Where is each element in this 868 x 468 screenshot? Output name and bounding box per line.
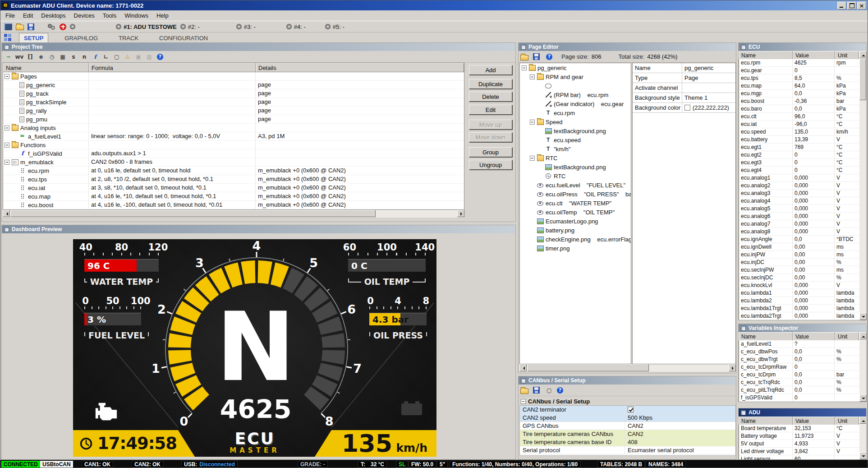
setting-row[interactable]: Tire temperature cameras base ID 408 xyxy=(520,438,735,446)
scroll-down-icon[interactable] xyxy=(859,313,867,320)
toolbar-icon[interactable]: ? xyxy=(155,52,165,61)
device-slot[interactable]: #5: - xyxy=(325,23,344,30)
property-row[interactable]: Background style Theme 1 xyxy=(633,93,735,103)
toolbar-icon[interactable]: n xyxy=(79,52,89,61)
variables-panel-header[interactable]: Variables Inspector xyxy=(739,324,866,332)
toolbar-icon[interactable]: ⚠ xyxy=(123,52,133,61)
scroll-right-icon[interactable] xyxy=(457,210,464,217)
property-row[interactable]: Name pg_generic xyxy=(633,63,735,73)
action-button[interactable]: Move up xyxy=(469,120,512,130)
page-element-row[interactable]: pg_generic xyxy=(520,63,631,72)
variable-row[interactable]: c_ecu_pitLTrqRdc 0,0 % xyxy=(739,386,859,394)
device-slot[interactable]: #3: - xyxy=(236,23,256,30)
column-header-value[interactable]: Value xyxy=(793,51,835,60)
settings-gear-icon[interactable] xyxy=(70,24,75,29)
toolbar-icon[interactable]: ◷ xyxy=(47,52,57,61)
maximize-button[interactable] xyxy=(847,2,856,9)
scroll-up-icon[interactable] xyxy=(859,332,867,339)
scroll-up-icon[interactable] xyxy=(859,51,867,58)
tree-row[interactable]: a_fuelLevel1 linear sensor: range: 0 - 1… xyxy=(3,132,464,141)
tree-row[interactable]: ecu.map at 4, u16 le, *10, default set 0… xyxy=(3,192,464,201)
action-button[interactable]: Duplicate xyxy=(469,79,512,89)
vertical-scrollbar[interactable] xyxy=(859,332,866,402)
open-page-icon[interactable] xyxy=(520,55,528,60)
page-element-row[interactable]: battery.png xyxy=(520,226,631,235)
channel-row[interactable]: ecu.tps 8,5 % xyxy=(739,74,859,82)
channel-row[interactable]: ecu.secInjDC 0,00 % xyxy=(739,274,859,282)
column-header-name[interactable]: Name xyxy=(739,417,793,426)
column-header-unit[interactable]: Unit xyxy=(835,51,859,60)
action-button[interactable]: Ungroup xyxy=(469,160,512,170)
channel-row[interactable]: ecu.analog7 0,000 V xyxy=(739,220,859,228)
main-tab[interactable]: CONFIGURATION xyxy=(155,33,212,42)
column-header-formula[interactable]: Formula xyxy=(89,63,256,72)
variable-row[interactable]: c_ecu_dbwPos 0,0 % xyxy=(739,348,859,356)
column-header-unit[interactable]: Unit xyxy=(835,417,859,426)
page-element-row[interactable]: ecu.speed xyxy=(520,135,631,144)
toolbar-icon[interactable]: ▢ xyxy=(112,52,122,61)
channel-row[interactable]: ecu.analog1 0,000 V xyxy=(739,174,859,182)
device-icon[interactable] xyxy=(4,23,12,30)
toolbar-icon[interactable]: f xyxy=(90,52,100,61)
toolbar-icon[interactable]: ∟ xyxy=(101,52,111,61)
setting-value[interactable]: 408 xyxy=(628,439,638,445)
page-element-row[interactable]: ecu.rpm xyxy=(520,108,631,117)
column-header-value[interactable]: Value xyxy=(793,417,835,426)
vertical-scrollbar[interactable] xyxy=(859,417,866,459)
tree-row[interactable]: pg_generic page xyxy=(3,81,464,89)
help-icon[interactable]: ? xyxy=(555,386,565,395)
save-page-icon[interactable] xyxy=(533,53,540,60)
action-button[interactable]: Edit xyxy=(469,105,512,115)
expander-icon[interactable] xyxy=(522,65,527,70)
toolbar-icon[interactable]: e xyxy=(36,52,46,61)
menu-item[interactable]: Edit xyxy=(19,11,37,20)
setting-row[interactable]: Serial protocol Ecumaster serial protoco… xyxy=(520,446,735,454)
page-element-row[interactable]: timer.png xyxy=(520,244,631,253)
channel-row[interactable]: ecu.map 64,0 kPa xyxy=(739,82,859,90)
toolbar-icon[interactable]: ~ xyxy=(4,52,14,61)
vertical-scrollbar[interactable] xyxy=(859,51,866,320)
tree-row[interactable]: ecu.boost at 4, u16 le, -100, default se… xyxy=(3,201,464,209)
variable-row[interactable]: f_isGPSValid 0 xyxy=(739,394,859,402)
page-element-row[interactable]: ecu.oilPress "OIL PRESS" battery xyxy=(520,190,631,199)
channel-row[interactable]: ecu.analog6 0,000 V xyxy=(739,213,859,220)
channel-row[interactable]: ecu.analog5 0,000 V xyxy=(739,205,859,213)
tree-row[interactable]: Functions xyxy=(3,141,464,149)
channel-row[interactable]: ecu.clt 96,0 °C xyxy=(739,113,859,120)
tabs-grid-icon[interactable] xyxy=(4,34,7,37)
scrollbar-thumb[interactable] xyxy=(859,59,866,100)
channel-row[interactable]: ecu.ignAngle 0,0 °BTDC xyxy=(739,236,859,243)
save-project-icon[interactable] xyxy=(28,23,34,30)
action-button[interactable]: Delete xyxy=(469,92,512,102)
page-element-row[interactable]: RTC xyxy=(520,153,631,162)
toolbar-icon[interactable]: ▦ xyxy=(58,52,68,61)
channel-row[interactable]: ecu.lambda2Trgt 0,000 lambda xyxy=(739,312,859,320)
main-tab[interactable]: SETUP xyxy=(19,33,48,42)
channel-row[interactable]: ecu.injPW 0,00 ms xyxy=(739,251,859,259)
channel-row[interactable]: ecu.analog3 0,000 V xyxy=(739,190,859,197)
tree-row[interactable]: Analog inputs xyxy=(3,124,464,132)
add-device-icon[interactable] xyxy=(60,23,66,30)
property-row[interactable]: Activate channel xyxy=(633,83,735,93)
page-element-row[interactable]: textBackground.png xyxy=(520,162,631,171)
page-element-row[interactable]: (Gear indicator) ecu.gear xyxy=(520,99,631,108)
checkbox[interactable] xyxy=(628,407,634,412)
column-header-unit[interactable]: Unit xyxy=(835,332,859,341)
channel-row[interactable]: ecu.egt2 0 °C xyxy=(739,151,859,159)
property-row[interactable]: Background color (222,222,222) xyxy=(633,103,735,113)
device-slot[interactable]: #1: ADU TESTOWE xyxy=(116,23,177,30)
tree-row[interactable]: pg_pmu page xyxy=(3,115,464,124)
variable-row[interactable]: c_ecu_dbwTrgt 0,0 % xyxy=(739,356,859,363)
setting-value[interactable]: CAN2 xyxy=(628,431,643,437)
menu-item[interactable]: Tools xyxy=(99,11,120,20)
column-header-name[interactable]: Name xyxy=(3,63,89,72)
expander-icon[interactable] xyxy=(521,399,526,404)
expander-icon[interactable] xyxy=(5,143,9,148)
adu-value-row[interactable]: Light sensor 60 xyxy=(739,455,859,459)
open-project-icon[interactable] xyxy=(16,25,24,30)
tree-row[interactable]: Pages xyxy=(3,72,464,81)
channel-row[interactable]: ecu.lambda1 0,000 lambda xyxy=(739,289,859,297)
action-button[interactable]: Add xyxy=(469,65,512,75)
action-button[interactable]: Move down xyxy=(469,132,512,142)
minimize-button[interactable] xyxy=(837,2,846,9)
